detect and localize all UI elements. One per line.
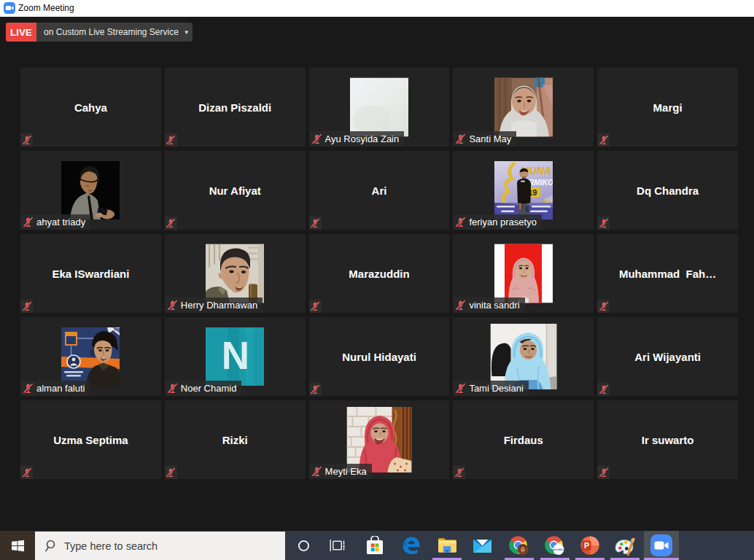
svg-text:P: P xyxy=(584,541,589,550)
svg-text:N: N xyxy=(222,334,249,377)
svg-text:AsmMur: AsmMur xyxy=(553,548,564,551)
